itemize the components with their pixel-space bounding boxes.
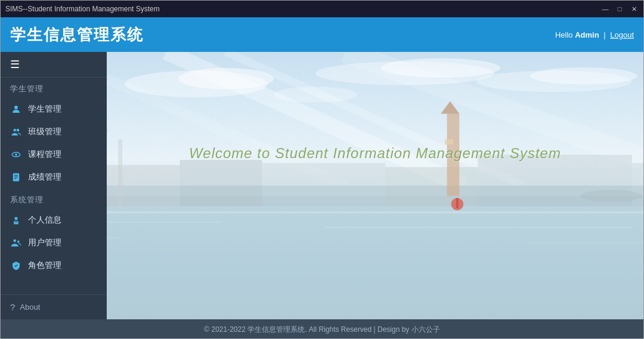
svg-rect-8	[14, 178, 17, 179]
sidebar-item-label: 用户管理	[28, 238, 61, 248]
title-bar: SIMS--Student Information Management Sys…	[1, 1, 643, 17]
group-icon	[10, 126, 22, 138]
svg-rect-52	[107, 237, 118, 238]
svg-point-46	[581, 190, 642, 202]
harbor-scene	[107, 52, 643, 319]
svg-rect-51	[324, 227, 632, 228]
about-button[interactable]: ? About	[1, 294, 107, 319]
svg-point-2	[17, 129, 20, 132]
sidebar-item-label: 学生管理	[28, 104, 61, 115]
question-icon: ?	[10, 302, 15, 312]
content-background: Welcome to Student Information Managemen…	[107, 52, 643, 319]
header-user-info: Hello Admin | Logout	[555, 30, 634, 39]
footer: © 2021-2022 学生信息管理系统. All Rights Reserve…	[1, 319, 643, 339]
minimize-button[interactable]: —	[600, 4, 610, 14]
sidebar-item-user-mgmt[interactable]: 用户管理	[1, 232, 107, 254]
footer-text: © 2021-2022 学生信息管理系统. All Rights Reserve…	[204, 325, 439, 335]
section-label-system: 系统管理	[1, 189, 107, 209]
svg-point-4	[15, 153, 17, 156]
svg-rect-53	[529, 242, 643, 244]
person-icon	[10, 103, 22, 115]
svg-point-9	[14, 217, 17, 220]
admin-name: Admin	[575, 30, 599, 39]
content-area: Welcome to Student Information Managemen…	[107, 52, 643, 319]
svg-rect-36	[262, 163, 385, 206]
welcome-text: Welcome to Student Information Managemen…	[189, 145, 561, 162]
svg-point-13	[17, 241, 20, 243]
svg-point-1	[14, 129, 17, 132]
svg-marker-41	[441, 101, 459, 114]
eye-icon	[10, 149, 22, 161]
sidebar-item-role-mgmt[interactable]: 角色管理	[1, 254, 107, 277]
sidebar-item-label: 成绩管理	[28, 172, 61, 183]
users-icon	[10, 237, 22, 249]
window-controls: — □ ✕	[600, 4, 639, 14]
doc-icon	[10, 171, 22, 183]
window-title: SIMS--Student Information Management Sys…	[5, 5, 160, 13]
sidebar-item-label: 课程管理	[28, 149, 61, 160]
sidebar-item-score-mgmt[interactable]: 成绩管理	[1, 166, 107, 189]
svg-rect-48	[456, 198, 458, 208]
sidebar-item-label: 角色管理	[28, 260, 61, 271]
svg-rect-11	[15, 222, 18, 223]
svg-rect-7	[14, 177, 18, 177]
svg-rect-6	[14, 175, 18, 175]
svg-point-12	[14, 239, 17, 242]
shield-icon	[10, 260, 22, 272]
section-label-student: 学生管理	[1, 78, 107, 98]
sidebar: ☰ 学生管理 学生管理 班级管理	[1, 52, 107, 319]
svg-rect-10	[14, 221, 18, 224]
hello-text: Hello	[555, 30, 573, 39]
logout-button[interactable]: Logout	[610, 30, 634, 39]
svg-rect-33	[107, 129, 108, 132]
main-layout: ☰ 学生管理 学生管理 班级管理	[1, 52, 643, 319]
person-badge-icon	[10, 214, 22, 226]
maximize-button[interactable]: □	[615, 4, 624, 14]
sidebar-item-class-mgmt[interactable]: 班级管理	[1, 121, 107, 143]
app-header: 学生信息管理系统 Hello Admin | Logout	[1, 17, 643, 52]
svg-rect-42	[445, 139, 453, 144]
sidebar-item-student-mgmt[interactable]: 学生管理	[1, 98, 107, 121]
app-title: 学生信息管理系统	[10, 24, 144, 45]
sidebar-item-course-mgmt[interactable]: 课程管理	[1, 143, 107, 166]
svg-point-0	[14, 106, 18, 109]
about-label: About	[20, 303, 40, 312]
svg-rect-50	[107, 221, 221, 223]
separator: |	[603, 30, 605, 39]
sidebar-item-personal-info[interactable]: 个人信息	[1, 209, 107, 232]
svg-rect-35	[180, 160, 262, 207]
svg-rect-34	[107, 165, 180, 207]
sidebar-item-label: 班级管理	[28, 127, 61, 137]
svg-rect-49	[107, 211, 643, 213]
sidebar-item-label: 个人信息	[28, 215, 61, 226]
svg-rect-37	[385, 167, 478, 206]
sidebar-toggle-button[interactable]: ☰	[1, 52, 107, 78]
close-button[interactable]: ✕	[629, 4, 639, 14]
